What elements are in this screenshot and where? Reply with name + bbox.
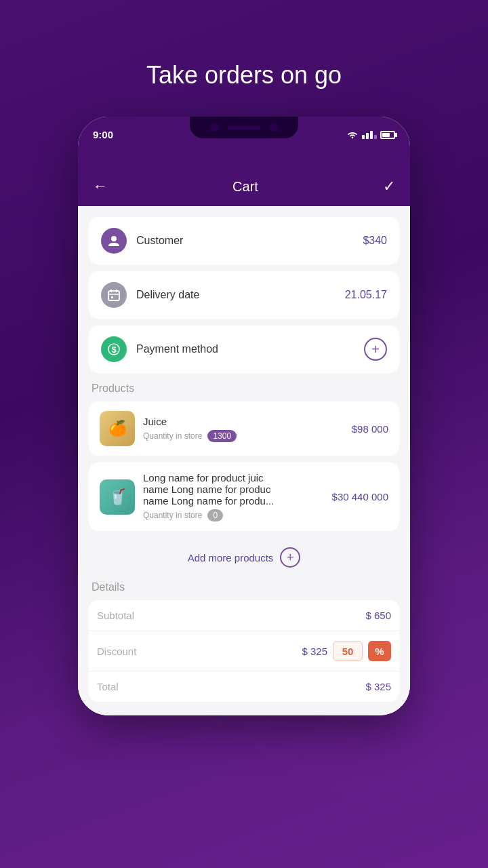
speaker-icon xyxy=(227,125,261,130)
delivery-icon xyxy=(101,282,127,308)
add-products-button[interactable]: + xyxy=(280,547,300,568)
product-item-2[interactable]: 🥤 Long name for product juic name Long n… xyxy=(89,462,399,531)
qty-badge-2: 0 xyxy=(207,509,223,521)
delivery-label: Delivery date xyxy=(136,289,199,301)
customer-card[interactable]: Customer $340 xyxy=(89,217,399,264)
total-label: Total xyxy=(97,681,119,692)
add-payment-button[interactable]: + xyxy=(364,338,387,361)
payment-card[interactable]: $ Payment method + xyxy=(89,326,399,373)
phone-notch xyxy=(190,117,298,138)
confirm-button[interactable]: ✓ xyxy=(383,178,395,195)
product-name-2: Long name for product juic name Long nam… xyxy=(143,472,279,507)
delivery-card[interactable]: Delivery date 21.05.17 xyxy=(89,271,399,319)
wifi-icon xyxy=(346,130,359,140)
page-title: Take orders on go xyxy=(146,61,342,90)
camera-icon xyxy=(211,123,219,132)
product-image-2: 🥤 xyxy=(100,479,135,515)
svg-text:$: $ xyxy=(111,344,117,355)
qty-label-2: Quantity in store xyxy=(143,511,202,520)
battery-icon xyxy=(380,131,395,139)
payment-label: Payment method xyxy=(136,343,218,355)
percent-button[interactable]: % xyxy=(368,641,391,661)
camera-icon-2 xyxy=(269,123,277,132)
discount-value: $ 325 xyxy=(302,646,327,657)
status-time: 9:00 xyxy=(93,129,113,140)
subtotal-value: $ 650 xyxy=(365,610,391,621)
back-button[interactable]: ← xyxy=(93,178,108,195)
svg-rect-5 xyxy=(111,296,113,298)
phone-content: Customer $340 Delivery date 21.05.17 xyxy=(78,206,410,715)
customer-icon xyxy=(101,228,127,254)
add-products-label: Add more products xyxy=(188,552,274,564)
total-row: Total $ 325 xyxy=(89,671,399,702)
qty-badge: 1300 xyxy=(207,430,237,442)
status-icons xyxy=(346,130,395,140)
qty-label: Quantity in store xyxy=(143,431,202,441)
svg-point-0 xyxy=(111,236,117,241)
discount-row: Discount $ 325 50 % xyxy=(89,631,399,671)
products-section-title: Products xyxy=(92,382,396,395)
phone-top: 9:00 xyxy=(78,117,410,178)
details-section-title: Details xyxy=(92,581,396,593)
phone-frame: 9:00 xyxy=(78,117,410,715)
nav-title: Cart xyxy=(232,179,258,195)
svg-rect-1 xyxy=(108,291,119,300)
product-image: 🍊 xyxy=(100,411,135,446)
discount-amount-input[interactable]: 50 xyxy=(333,641,363,661)
customer-value: $340 xyxy=(363,235,387,247)
subtotal-row: Subtotal $ 650 xyxy=(89,600,399,631)
discount-label: Discount xyxy=(97,646,136,657)
subtotal-label: Subtotal xyxy=(97,610,134,621)
delivery-value: 21.05.17 xyxy=(345,289,387,301)
signal-icon xyxy=(362,131,377,139)
product-price: $98 000 xyxy=(352,423,388,435)
nav-bar: ← Cart ✓ xyxy=(78,178,410,206)
total-value: $ 325 xyxy=(365,681,391,692)
product-name: Juice xyxy=(143,416,237,427)
payment-icon: $ xyxy=(101,336,127,362)
customer-label: Customer xyxy=(136,235,183,247)
product-price-2: $30 440 000 xyxy=(332,491,388,502)
add-products-row[interactable]: Add more products + xyxy=(89,538,399,572)
product-item[interactable]: 🍊 Juice Quantity in store 1300 $98 000 xyxy=(89,401,399,456)
